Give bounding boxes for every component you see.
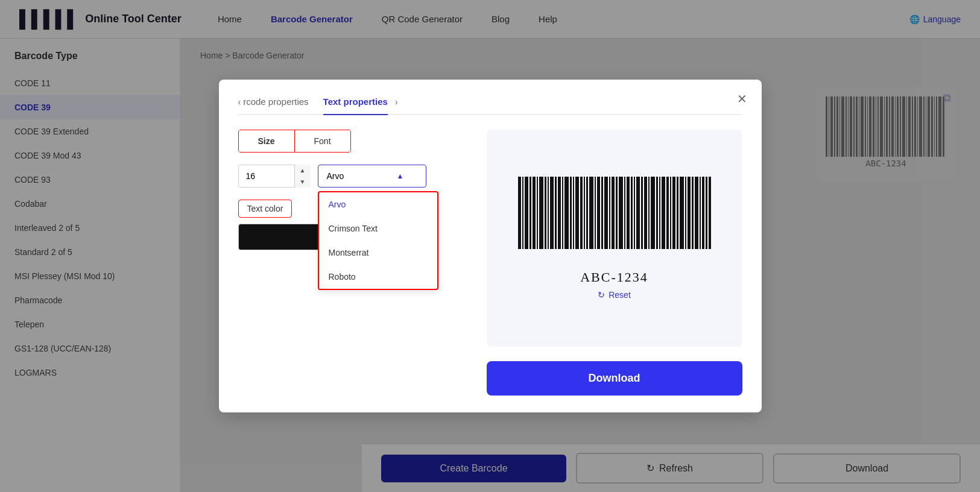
font-option-arvo[interactable]: Arvo (319, 192, 437, 216)
size-spinners: ▲ ▼ (294, 165, 311, 188)
chevron-up-icon: ▲ (397, 172, 404, 180)
tab-prev-arrow[interactable]: ‹ (238, 97, 241, 114)
size-font-tabs: Size Font (238, 130, 351, 153)
svg-rect-78 (641, 177, 643, 249)
svg-rect-80 (648, 177, 650, 249)
font-dropdown-menu: Arvo Crimson Text Montserrat Roboto (318, 191, 438, 290)
font-dropdown-trigger[interactable]: Arvo ▲ (318, 165, 426, 188)
svg-rect-72 (619, 177, 623, 249)
modal-tabs: ‹ rcode properties Text properties › (238, 96, 742, 115)
svg-rect-60 (575, 177, 579, 249)
modal-right-panel: ABC-1234 ↻ Reset Download (487, 130, 742, 396)
svg-rect-73 (624, 177, 625, 249)
svg-rect-86 (670, 177, 671, 249)
svg-rect-67 (601, 177, 603, 249)
svg-rect-71 (616, 177, 618, 249)
reset-icon: ↻ (598, 290, 605, 300)
size-decrement-button[interactable]: ▼ (295, 176, 311, 188)
svg-rect-65 (595, 177, 596, 249)
svg-rect-70 (612, 177, 615, 249)
svg-rect-62 (584, 177, 585, 249)
svg-rect-97 (709, 177, 711, 249)
svg-rect-66 (597, 177, 600, 249)
svg-rect-69 (609, 177, 610, 249)
svg-rect-57 (564, 177, 569, 249)
svg-rect-50 (539, 177, 543, 249)
svg-rect-47 (530, 177, 531, 249)
svg-rect-87 (672, 177, 675, 249)
font-dropdown-wrapper: Arvo ▲ Arvo Crimson Text Montserrat Robo… (318, 165, 426, 188)
modal-close-button[interactable]: ✕ (737, 92, 747, 106)
barcode-svg-area: ABC-1234 (518, 177, 711, 285)
svg-rect-84 (662, 177, 665, 249)
svg-rect-56 (562, 177, 563, 249)
size-input-wrapper: ▲ ▼ (238, 165, 311, 188)
tab-text-properties[interactable]: Text properties (323, 96, 388, 115)
svg-rect-79 (644, 177, 647, 249)
svg-rect-52 (548, 177, 549, 249)
svg-rect-59 (573, 177, 574, 249)
size-font-row: ▲ ▼ Arvo ▲ Arvo Crimson Text (238, 165, 467, 188)
font-option-crimson[interactable]: Crimson Text (319, 216, 437, 241)
modal-download-button[interactable]: Download (487, 361, 742, 396)
tab-barcode-properties[interactable]: rcode properties (243, 96, 308, 114)
svg-rect-49 (537, 177, 538, 249)
svg-rect-64 (589, 177, 593, 249)
svg-rect-58 (570, 177, 572, 249)
font-selected-label: Arvo (327, 171, 344, 181)
svg-rect-92 (692, 177, 694, 249)
svg-rect-94 (700, 177, 701, 249)
svg-rect-85 (666, 177, 669, 249)
svg-rect-51 (545, 177, 546, 249)
modal-overlay[interactable]: ✕ ‹ rcode properties Text properties › S… (0, 0, 980, 492)
size-increment-button[interactable]: ▲ (295, 165, 311, 176)
svg-rect-45 (522, 177, 523, 249)
svg-rect-81 (651, 177, 655, 249)
modal-left-panel: Size Font ▲ ▼ (238, 130, 467, 396)
modal-dialog: ✕ ‹ rcode properties Text properties › S… (219, 80, 762, 412)
tab-next-arrow[interactable]: › (395, 97, 398, 114)
svg-rect-76 (634, 177, 635, 249)
barcode-text-label: ABC-1234 (580, 270, 648, 285)
svg-rect-44 (518, 177, 521, 249)
svg-rect-88 (677, 177, 678, 249)
svg-rect-75 (631, 177, 633, 249)
svg-rect-74 (627, 177, 630, 249)
svg-rect-96 (706, 177, 707, 249)
reset-button[interactable]: ↻ Reset (598, 290, 631, 300)
svg-rect-77 (636, 177, 640, 249)
svg-rect-93 (695, 177, 698, 249)
tab-font[interactable]: Font (295, 130, 350, 152)
modal-body: Size Font ▲ ▼ (238, 130, 742, 396)
barcode-preview-box: ABC-1234 ↻ Reset (487, 130, 742, 347)
svg-rect-89 (680, 177, 684, 249)
svg-rect-83 (659, 177, 660, 249)
reset-label: Reset (609, 290, 631, 300)
svg-rect-90 (685, 177, 686, 249)
svg-rect-61 (580, 177, 583, 249)
font-option-roboto[interactable]: Roboto (319, 265, 437, 289)
svg-rect-91 (688, 177, 691, 249)
svg-rect-54 (555, 177, 557, 249)
font-option-montserrat[interactable]: Montserrat (319, 241, 437, 265)
tab-size[interactable]: Size (239, 130, 294, 152)
svg-rect-55 (558, 177, 561, 249)
barcode-preview-svg (518, 177, 711, 266)
text-color-label: Text color (238, 200, 292, 218)
svg-rect-48 (533, 177, 536, 249)
svg-rect-46 (525, 177, 528, 249)
svg-rect-63 (586, 177, 588, 249)
svg-rect-82 (656, 177, 658, 249)
svg-rect-53 (550, 177, 554, 249)
svg-rect-68 (604, 177, 608, 249)
svg-rect-95 (702, 177, 704, 249)
